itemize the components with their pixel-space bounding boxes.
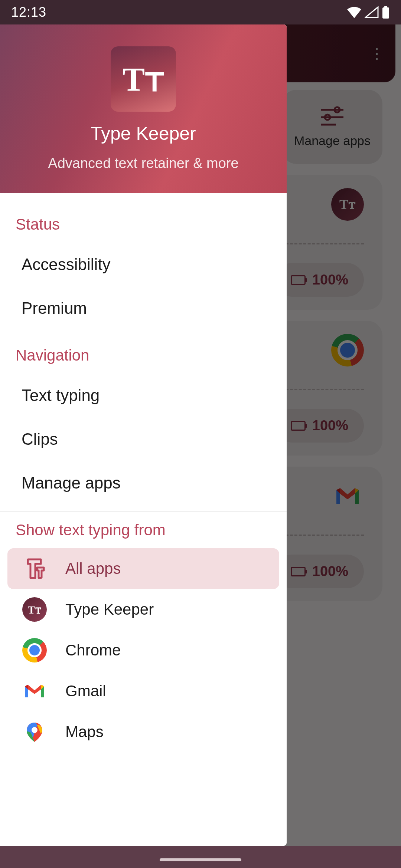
app-filter-chrome[interactable]: Chrome: [7, 630, 279, 671]
app-title: Type Keeper: [91, 123, 196, 144]
app-filter-all-apps[interactable]: All apps: [7, 548, 279, 589]
status-time: 12:13: [11, 4, 46, 20]
logo-text: Tᴛ: [123, 60, 164, 99]
status-bar: 12:13: [0, 0, 401, 24]
chrome-icon: [22, 638, 47, 662]
all-apps-icon: [22, 556, 47, 581]
menu-item-accessibility[interactable]: Accessibility: [0, 243, 287, 286]
type-keeper-icon: Tᴛ: [22, 597, 47, 622]
svg-rect-0: [382, 7, 389, 19]
menu-item-premium[interactable]: Premium: [0, 286, 287, 330]
section-header-status: Status: [0, 206, 287, 243]
app-logo: Tᴛ: [111, 46, 176, 112]
gmail-icon: [22, 679, 47, 703]
nav-indicator[interactable]: [160, 858, 241, 861]
svg-rect-1: [384, 6, 387, 8]
app-filter-label: Chrome: [65, 641, 121, 659]
system-nav-bar: [0, 846, 401, 868]
app-filter-label: Type Keeper: [65, 601, 154, 618]
section-header-apps: Show text typing from: [0, 512, 287, 548]
signal-icon: [365, 6, 379, 18]
menu-item-manage-apps[interactable]: Manage apps: [0, 461, 287, 505]
section-header-navigation: Navigation: [0, 337, 287, 374]
status-icons: [347, 6, 390, 19]
navigation-drawer: Tᴛ Type Keeper Advanced text retainer & …: [0, 24, 287, 846]
app-filter-label: Gmail: [65, 682, 106, 700]
maps-icon: [22, 720, 47, 744]
menu-item-text-typing[interactable]: Text typing: [0, 374, 287, 417]
battery-icon: [382, 6, 390, 19]
wifi-icon: [347, 6, 362, 18]
drawer-header: Tᴛ Type Keeper Advanced text retainer & …: [0, 24, 287, 193]
app-filter-label: All apps: [65, 560, 121, 578]
app-filter-type-keeper[interactable]: Tᴛ Type Keeper: [7, 589, 279, 630]
app-filter-label: Maps: [65, 723, 104, 741]
app-filter-maps[interactable]: Maps: [7, 711, 279, 752]
svg-point-7: [32, 727, 38, 733]
menu-item-clips[interactable]: Clips: [0, 417, 287, 461]
app-filter-gmail[interactable]: Gmail: [7, 671, 279, 711]
app-subtitle: Advanced text retainer & more: [48, 155, 238, 171]
